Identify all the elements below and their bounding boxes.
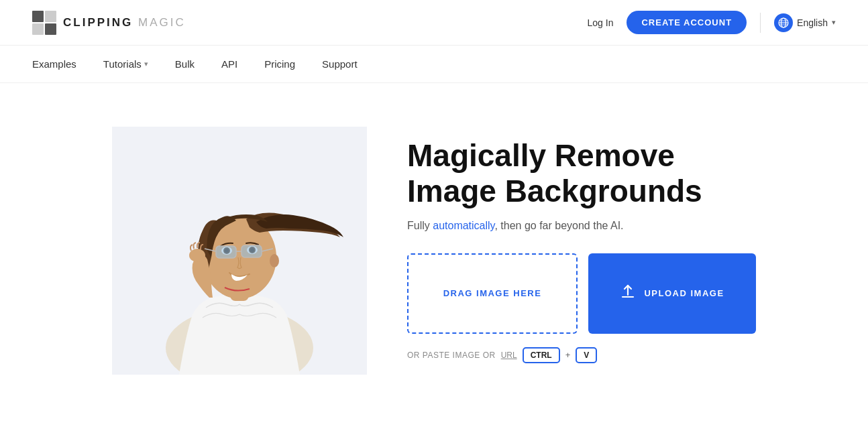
paste-row: OR PASTE IMAGE OR URL CTRL + V [407, 347, 756, 363]
svg-rect-15 [216, 246, 236, 258]
upload-icon [620, 284, 636, 304]
top-right-actions: Log In CREATE ACCOUNT English ▾ [588, 11, 836, 34]
divider [760, 13, 761, 33]
nav-item-pricing[interactable]: Pricing [264, 58, 295, 70]
ctrl-key: CTRL [523, 347, 560, 363]
create-account-button[interactable]: CREATE ACCOUNT [627, 11, 747, 34]
drag-label: DRAG IMAGE HERE [443, 288, 542, 298]
chevron-down-icon: ▾ [144, 60, 148, 68]
upload-image-button[interactable]: UPLOAD IMAGE [588, 253, 756, 334]
v-key: V [576, 347, 597, 363]
hero-title: Magically Remove Image Backgrounds [407, 138, 756, 209]
upload-area: DRAG IMAGE HERE UPLOAD IMAGE [407, 253, 756, 334]
logo-text: CLIPPING MAGIC [63, 16, 186, 29]
drag-drop-zone[interactable]: DRAG IMAGE HERE [407, 253, 578, 334]
svg-rect-16 [241, 245, 262, 257]
svg-point-21 [270, 254, 279, 267]
paste-text: OR PASTE IMAGE OR [407, 351, 496, 360]
hero-image [112, 127, 367, 375]
language-selector[interactable]: English ▾ [774, 13, 836, 32]
login-link[interactable]: Log In [588, 17, 614, 28]
nav-item-tutorials[interactable]: Tutorials▾ [103, 58, 148, 70]
hero-subtitle: Fully automatically, then go far beyond … [407, 220, 756, 232]
svg-point-20 [189, 249, 205, 262]
url-link[interactable]: URL [501, 351, 517, 360]
hero-section: Magically Remove Image Backgrounds Fully… [0, 83, 868, 418]
top-bar: CLIPPING MAGIC Log In CREATE ACCOUNT Eng… [0, 0, 868, 46]
nav-item-examples[interactable]: Examples [32, 58, 76, 70]
upload-label: UPLOAD IMAGE [644, 288, 724, 298]
nav-item-support[interactable]: Support [322, 58, 358, 70]
main-nav: ExamplesTutorials▾BulkAPIPricingSupport [0, 46, 868, 83]
logo[interactable]: CLIPPING MAGIC [32, 11, 186, 35]
logo-icon [32, 11, 56, 35]
nav-item-api[interactable]: API [221, 58, 237, 70]
language-label: English [797, 17, 828, 28]
plus-sign: + [565, 350, 571, 360]
nav-item-bulk[interactable]: Bulk [175, 58, 195, 70]
chevron-down-icon: ▾ [832, 18, 836, 27]
globe-icon [774, 13, 793, 32]
hero-content: Magically Remove Image Backgrounds Fully… [407, 138, 756, 363]
